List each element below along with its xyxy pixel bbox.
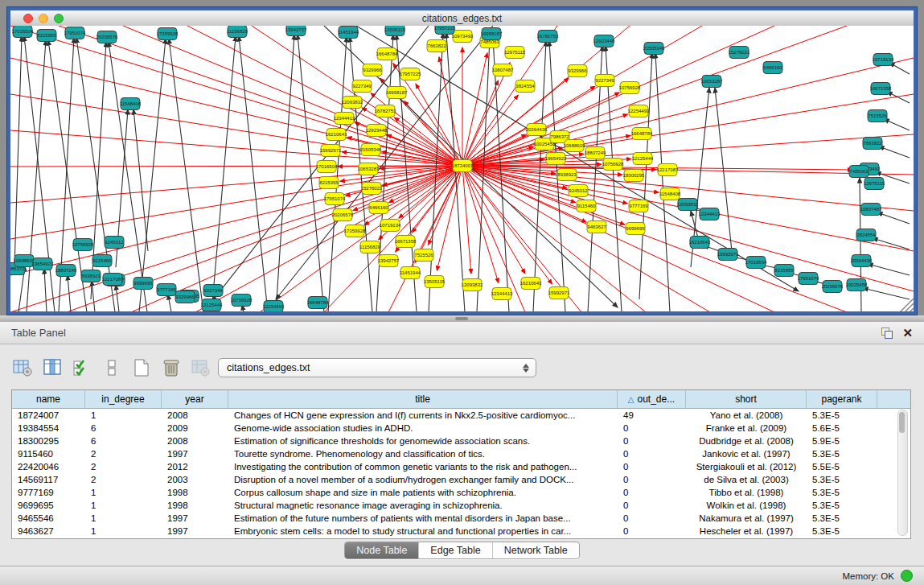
graph-node[interactable]: 6466160 (369, 202, 388, 214)
graph-node[interactable]: 9245012 (105, 237, 124, 249)
table-row[interactable]: 1938455462009Genome-wide association stu… (12, 422, 910, 435)
black-edge[interactable] (889, 63, 910, 74)
cell-3[interactable]: Corpus callosum shape and size in male p… (228, 486, 618, 499)
graph-node[interactable]: 9227349 (595, 75, 614, 87)
graph-node[interactable]: 3824554 (515, 80, 535, 93)
black-edge[interactable] (169, 39, 203, 311)
black-edge[interactable] (239, 36, 268, 311)
network-window-titlebar[interactable]: citations_edges.txt (10, 10, 914, 27)
graph-node[interactable]: 13505115 (424, 276, 446, 288)
graph-node[interactable]: 13942757 (378, 255, 400, 267)
cell-2[interactable]: 2003 (162, 473, 228, 486)
graph-node[interactable]: 10719134 (873, 54, 894, 66)
graph-node[interactable]: 9245012 (569, 185, 588, 197)
graph-node[interactable]: 16210643 (520, 278, 542, 290)
new-table-button[interactable] (130, 357, 153, 378)
tab-node-table[interactable]: Node Table (345, 542, 419, 558)
graph-node[interactable]: 17016504 (316, 161, 338, 173)
graph-node[interactable]: 16782753 (375, 105, 396, 117)
delete-table-button[interactable] (190, 357, 212, 378)
graph-node[interactable]: 11548408 (659, 188, 681, 200)
cell-1[interactable]: 1 (85, 525, 162, 538)
black-edge[interactable] (533, 41, 546, 311)
graph-node[interactable]: 9699695 (133, 278, 153, 290)
red-edge[interactable] (10, 94, 462, 166)
graph-node[interactable]: 9329966 (568, 65, 587, 77)
graph-node[interactable]: 12217087 (657, 164, 679, 176)
graph-node[interactable]: 9329966 (175, 291, 195, 303)
graph-node[interactable]: 17359928 (344, 225, 366, 237)
graph-node[interactable]: 17016504 (12, 26, 34, 38)
graph-node[interactable]: 18724007 (452, 160, 474, 172)
black-edge[interactable] (168, 295, 171, 311)
graph-node[interactable]: 8938923 (557, 169, 577, 181)
red-edge[interactable] (462, 53, 487, 166)
graph-node[interactable]: 10973493 (452, 31, 474, 43)
cell-4[interactable]: 0 (618, 525, 686, 538)
column-header-year[interactable]: year (162, 390, 228, 408)
cell-5[interactable]: Nakamura et al. (1997) (686, 512, 807, 525)
graph-node[interactable]: 10807487 (492, 64, 514, 76)
black-edge[interactable] (868, 264, 910, 275)
cell-6[interactable]: 5.3E-5 (807, 499, 877, 512)
graph-node[interactable]: 18807249 (585, 147, 606, 159)
graph-node[interactable]: 17951074 (64, 27, 86, 39)
graph-node[interactable]: 12923448 (366, 125, 388, 137)
graph-node[interactable]: 9777169 (157, 284, 176, 296)
graph-node[interactable]: 10719134 (380, 220, 401, 232)
graph-node[interactable]: 21505346 (643, 43, 665, 55)
red-edge[interactable] (324, 166, 462, 311)
cell-2[interactable]: 1997 (162, 447, 228, 460)
cell-1[interactable]: 6 (85, 422, 162, 435)
cell-6[interactable]: 5.3E-5 (807, 525, 877, 538)
cell-4[interactable]: 0 (618, 422, 686, 435)
graph-node[interactable]: 13942757 (285, 26, 307, 36)
column-header-in-degree[interactable]: in_degree (85, 390, 162, 408)
red-edge[interactable] (462, 134, 914, 166)
graph-node[interactable]: 12975115 (504, 47, 526, 59)
cell-1[interactable]: 1 (85, 512, 162, 525)
network-canvas[interactable]: 1872400716648784932996692273491209383212… (10, 26, 914, 311)
red-edge[interactable] (439, 57, 462, 166)
cell-3[interactable]: Tourette syndrome. Phenomenology and cla… (228, 447, 618, 460)
cell-0[interactable]: 9465546 (12, 512, 85, 525)
red-edge[interactable] (462, 166, 471, 274)
column-header-pagerank[interactable]: pagerank (807, 390, 877, 408)
cell-4[interactable]: 0 (618, 460, 686, 473)
table-row[interactable]: 911546021997Tourette syndrome. Phenomeno… (12, 447, 910, 460)
close-panel-icon[interactable]: ✕ (902, 328, 913, 339)
cell-3[interactable]: Estimation of significance thresholds fo… (228, 435, 618, 447)
graph-node[interactable]: 10756928 (619, 82, 641, 94)
graph-node[interactable]: 15992971 (717, 249, 739, 261)
graph-node[interactable]: 10807487 (860, 204, 882, 216)
cell-1[interactable]: 2 (85, 460, 162, 473)
graph-node[interactable]: 16648784 (376, 48, 398, 60)
graph-node[interactable]: 16210643 (326, 129, 347, 141)
table-row[interactable]: 1830029562008Estimation of significance … (12, 435, 910, 447)
red-edge[interactable] (462, 166, 914, 291)
table-row[interactable]: 2242004622012Investigating the contribut… (12, 460, 910, 473)
black-edge[interactable] (873, 238, 910, 249)
graph-node[interactable]: 11451944 (338, 27, 359, 39)
cell-2[interactable]: 1998 (162, 486, 228, 499)
cell-4[interactable]: 0 (618, 486, 686, 499)
divider-drag-handle-icon[interactable] (455, 317, 468, 320)
black-edge[interactable] (887, 92, 910, 103)
cell-4[interactable]: 0 (618, 447, 686, 460)
graph-node[interactable]: 9227349 (203, 285, 223, 297)
cell-3[interactable]: Investigating the contribution of common… (228, 460, 618, 473)
cell-1[interactable]: 1 (85, 486, 162, 499)
graph-node[interactable]: 9699695 (626, 223, 645, 235)
cell-3[interactable]: Structural magnetic resonance image aver… (228, 499, 618, 512)
graph-node[interactable]: 20206576 (822, 281, 844, 293)
cell-6[interactable]: 5.3E-5 (807, 512, 877, 525)
graph-node[interactable]: 17016504 (745, 257, 767, 269)
panel-divider[interactable] (0, 315, 924, 322)
table-row[interactable]: 969969511998Structural magnetic resonanc… (12, 499, 910, 512)
graph-node[interactable]: 15992971 (320, 145, 342, 157)
cell-4[interactable]: 0 (618, 499, 686, 512)
graph-node[interactable]: 16648784 (307, 297, 329, 309)
graph-node[interactable]: 9115460 (92, 255, 112, 267)
cell-4[interactable]: 0 (618, 435, 686, 447)
black-edge[interactable] (655, 53, 670, 311)
